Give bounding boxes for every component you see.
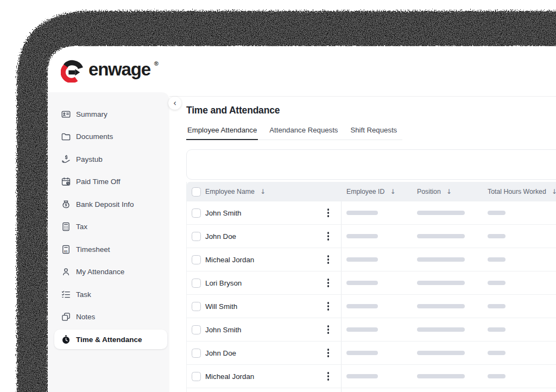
calculator-icon (61, 222, 71, 232)
row-checkbox[interactable] (192, 279, 201, 288)
row-checkbox[interactable] (192, 232, 201, 241)
employee-name: John Doe (205, 349, 236, 357)
app-card: enwage ® Summary Documents Paystub (48, 46, 556, 392)
hand-dollar-icon (61, 154, 71, 165)
table-row: Micheal Jordan (187, 365, 556, 388)
clock-icon (61, 334, 71, 345)
column-header-employee-id[interactable]: Employee ID (346, 188, 384, 195)
skeleton-employee-id (346, 211, 378, 215)
skeleton-employee-id (346, 374, 378, 378)
tab-employee-attendance[interactable]: Employee Attendance (186, 126, 258, 140)
select-all-checkbox[interactable] (192, 187, 201, 197)
skeleton-hours (488, 257, 506, 262)
chevron-left-icon: ‹ (173, 99, 176, 108)
sidebar-item-label: Tax (76, 223, 87, 231)
sidebar-item-notes[interactable]: Notes (54, 307, 167, 327)
sidebar-item-label: Task (76, 290, 91, 299)
skeleton-position (417, 257, 465, 262)
sidebar-item-summary[interactable]: Summary (54, 104, 167, 124)
row-checkbox[interactable] (192, 255, 201, 264)
row-checkbox[interactable] (192, 349, 201, 358)
row-checkbox[interactable] (192, 325, 201, 334)
sidebar-item-task[interactable]: Task (54, 284, 167, 304)
checklist-icon (61, 289, 71, 300)
tab-bar: Employee Attendance Attendance Requests … (186, 126, 402, 140)
kebab-menu-icon[interactable] (326, 324, 331, 336)
sidebar: Summary Documents Paystub Paid Time Off (48, 92, 169, 392)
person-icon (61, 267, 71, 277)
table-row: John Smith (187, 201, 556, 225)
sidebar-item-label: Timesheet (76, 245, 110, 254)
skeleton-position (417, 304, 465, 308)
registered-mark: ® (154, 60, 159, 67)
kebab-menu-icon[interactable] (326, 347, 331, 359)
employee-name: Will Smith (205, 302, 237, 311)
skeleton-employee-id (346, 304, 378, 308)
skeleton-hours (488, 281, 506, 285)
id-card-icon (61, 109, 71, 119)
table-row: Lori Bryson (187, 271, 556, 295)
column-header-position[interactable]: Position (417, 188, 441, 195)
table-row: John Doe (187, 342, 556, 365)
kebab-menu-icon[interactable] (326, 230, 331, 242)
skeleton-position (417, 327, 465, 332)
kebab-menu-icon[interactable] (326, 277, 331, 289)
kebab-menu-icon[interactable] (326, 300, 331, 312)
timesheet-icon: 01 (61, 244, 71, 255)
skeleton-employee-id (346, 234, 378, 238)
column-header-total-hours[interactable]: Total Hours Worked (488, 188, 546, 195)
skeleton-employee-id (346, 351, 378, 355)
sidebar-item-time-attendance[interactable]: Time & Attendance (54, 330, 167, 349)
skeleton-hours (488, 211, 506, 215)
sidebar-item-paid-time-off[interactable]: Paid Time Off (54, 172, 167, 192)
svg-text:01: 01 (64, 249, 68, 252)
sidebar-collapse-button[interactable]: ‹ (168, 97, 181, 110)
sort-down-icon[interactable]: ↓ (552, 188, 556, 195)
kebab-menu-icon[interactable] (326, 370, 331, 382)
sidebar-item-tax[interactable]: Tax (54, 217, 167, 237)
kebab-menu-icon[interactable] (326, 207, 331, 219)
kebab-menu-icon[interactable] (326, 254, 331, 265)
row-checkbox[interactable] (192, 302, 201, 311)
sidebar-item-label: Paystub (76, 155, 103, 163)
sidebar-item-my-attendance[interactable]: My Attendance (54, 262, 167, 282)
skeleton-hours (488, 374, 506, 378)
employee-name: Micheal Jordan (205, 256, 254, 264)
table-row: John Smith (187, 318, 556, 342)
column-header-employee-name[interactable]: Employee Name (205, 188, 255, 195)
row-checkbox[interactable] (192, 372, 201, 381)
employee-attendance-table: Employee Name ↓ Employee ID ↓ Position ↓… (186, 182, 556, 392)
skeleton-hours (488, 327, 506, 332)
sidebar-item-label: My Attendance (76, 268, 124, 276)
tab-attendance-requests[interactable]: Attendance Requests (268, 126, 339, 140)
brand-name: enwage (89, 58, 150, 81)
money-bag-icon (61, 199, 71, 210)
page-title: Time and Attendance (186, 105, 280, 116)
sidebar-item-label: Paid Time Off (76, 178, 121, 186)
skeleton-hours (488, 351, 506, 355)
skeleton-position (417, 374, 465, 378)
sort-down-icon[interactable]: ↓ (446, 188, 452, 195)
sort-down-icon[interactable]: ↓ (390, 188, 395, 195)
employee-name: Lori Bryson (205, 279, 242, 287)
sidebar-item-label: Documents (76, 132, 113, 141)
tab-shift-requests[interactable]: Shift Requests (349, 126, 398, 140)
sidebar-item-bank-deposit-info[interactable]: Bank Deposit Info (54, 194, 167, 214)
skeleton-employee-id (346, 281, 378, 285)
employee-name: John Doe (205, 232, 236, 241)
table-row: Will Smith (187, 295, 556, 318)
sidebar-item-paystub[interactable]: Paystub (54, 149, 167, 169)
sidebar-item-label: Summary (76, 110, 108, 118)
sidebar-item-timesheet[interactable]: 01 Timesheet (54, 239, 167, 259)
row-checkbox[interactable] (192, 208, 201, 218)
sort-down-icon[interactable]: ↓ (260, 188, 266, 195)
table-row: Micheal Jordan (187, 248, 556, 271)
table-header: Employee Name ↓ Employee ID ↓ Position ↓… (187, 182, 556, 201)
header-divider (169, 96, 556, 97)
sidebar-item-label: Notes (76, 313, 95, 321)
sidebar-item-documents[interactable]: Documents (54, 127, 167, 147)
skeleton-employee-id (346, 327, 378, 332)
skeleton-position (417, 281, 465, 285)
skeleton-employee-id (346, 257, 378, 262)
folder-icon (61, 131, 71, 142)
